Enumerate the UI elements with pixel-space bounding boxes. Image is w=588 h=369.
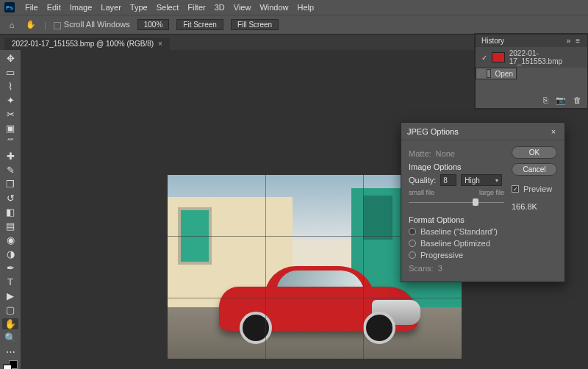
jpeg-options-dialog: JPEG Options × Matte: None Image Options…: [401, 122, 565, 282]
preview-checkbox[interactable]: ✓ Preview: [512, 184, 557, 193]
pen-tool-icon[interactable]: ✒: [2, 262, 18, 273]
small-file-label: small file: [409, 189, 434, 196]
history-panel-title: History: [481, 37, 504, 45]
format-baseline-radio[interactable]: Baseline ("Standard"): [409, 227, 504, 236]
fit-screen-button[interactable]: Fit Screen: [176, 19, 223, 30]
quality-input[interactable]: 8: [440, 174, 456, 186]
shape-tool-icon[interactable]: ▢: [2, 304, 18, 315]
options-bar: ⌂ ✋ | Scroll All Windows 100% Fit Screen…: [0, 15, 588, 34]
format-optimized-radio[interactable]: Baseline Optimized: [409, 239, 504, 248]
clone-stamp-tool-icon[interactable]: ❐: [2, 179, 18, 190]
foreground-color-swatch[interactable]: [3, 365, 12, 369]
history-brush-tool-icon[interactable]: ↺: [2, 193, 18, 204]
menu-help[interactable]: Help: [293, 1, 319, 13]
history-step-icon: [487, 69, 490, 78]
tool-options-icon[interactable]: ⋯: [2, 346, 18, 357]
history-step-row[interactable]: Open: [476, 68, 517, 79]
eyedropper-tool-icon[interactable]: ⁗: [2, 137, 18, 148]
scans-dropdown: 3: [438, 264, 442, 273]
panel-collapse-icon[interactable]: »: [567, 37, 573, 45]
menu-image[interactable]: Image: [65, 1, 97, 13]
document-tab[interactable]: 2022-01-17_151553.bmp @ 100% (RGB/8) ×: [4, 37, 170, 50]
menu-file[interactable]: File: [21, 1, 43, 13]
app-logo: Ps: [4, 2, 15, 12]
cancel-button[interactable]: Cancel: [512, 163, 557, 176]
matte-label: Matte:: [409, 149, 431, 158]
filesize-readout: 166.8K: [512, 202, 557, 211]
radio-icon: [409, 228, 416, 235]
history-source-row[interactable]: ✓ 2022-01-17_151553.bmp: [476, 47, 587, 68]
history-panel: History » ≡ ✓ 2022-01-17_151553.bmp Open…: [475, 34, 588, 109]
menu-layer[interactable]: Layer: [96, 1, 126, 13]
quality-slider[interactable]: [409, 198, 504, 208]
menu-edit[interactable]: Edit: [43, 1, 65, 13]
blur-tool-icon[interactable]: ◉: [2, 234, 18, 246]
healing-brush-tool-icon[interactable]: ✚: [2, 151, 18, 162]
chevron-down-icon: ▾: [495, 177, 498, 184]
menu-3d[interactable]: 3D: [210, 1, 229, 13]
new-snapshot-icon[interactable]: 📷: [556, 96, 566, 105]
image-options-heading: Image Options: [409, 162, 504, 171]
quality-preset-dropdown[interactable]: High ▾: [461, 174, 502, 186]
history-brush-source-icon[interactable]: ✓: [481, 54, 487, 62]
radio-icon: [409, 240, 416, 247]
crop-tool-icon[interactable]: ✂: [2, 109, 18, 120]
menu-select[interactable]: Select: [152, 1, 184, 13]
menu-window[interactable]: Window: [255, 1, 293, 13]
ok-button[interactable]: OK: [512, 146, 557, 159]
hand-tool-icon[interactable]: ✋: [2, 318, 18, 329]
zoom-level-input[interactable]: 100%: [137, 19, 170, 30]
format-options-heading: Format Options: [409, 215, 504, 224]
brush-tool-icon[interactable]: ✎: [2, 165, 18, 176]
lasso-tool-icon[interactable]: ⌇: [2, 81, 18, 92]
eraser-tool-icon[interactable]: ◧: [2, 207, 18, 218]
menu-bar: Ps FileEditImageLayerTypeSelectFilter3DV…: [0, 0, 588, 15]
tools-panel: ✥ ▭ ⌇ ✦ ✂ ▣ ⁗ ✚ ✎ ❐ ↺ ◧ ▤ ◉ ◑ ✒ T ▶ ▢ ✋ …: [0, 50, 21, 369]
scans-label: Scans:: [409, 264, 434, 273]
home-icon[interactable]: ⌂: [6, 19, 18, 31]
document-tab-title: 2022-01-17_151553.bmp @ 100% (RGB/8): [12, 40, 154, 48]
panel-menu-icon[interactable]: ≡: [576, 37, 581, 45]
checkbox-icon: ✓: [512, 185, 519, 193]
history-thumbnail: [492, 52, 505, 62]
menu-type[interactable]: Type: [126, 1, 152, 13]
frame-tool-icon[interactable]: ▣: [2, 123, 18, 134]
marquee-tool-icon[interactable]: ▭: [2, 67, 18, 78]
slider-thumb[interactable]: [473, 198, 478, 206]
large-file-label: large file: [479, 189, 504, 196]
fill-screen-button[interactable]: Fill Screen: [231, 19, 279, 30]
delete-state-icon[interactable]: 🗑: [573, 96, 581, 105]
dodge-tool-icon[interactable]: ◑: [2, 248, 18, 259]
new-document-from-state-icon[interactable]: ⎘: [543, 96, 548, 105]
close-icon[interactable]: ×: [548, 126, 559, 137]
close-tab-icon[interactable]: ×: [158, 40, 162, 48]
color-swatches[interactable]: [3, 365, 18, 369]
history-source-name: 2022-01-17_151553.bmp: [509, 49, 581, 65]
path-select-tool-icon[interactable]: ▶: [2, 290, 18, 301]
quality-label: Quality:: [409, 176, 436, 184]
gradient-tool-icon[interactable]: ▤: [2, 221, 18, 232]
menu-filter[interactable]: Filter: [183, 1, 209, 13]
scroll-all-checkbox[interactable]: Scroll All Windows: [54, 20, 130, 29]
hand-tool-icon[interactable]: ✋: [25, 19, 37, 31]
menu-view[interactable]: View: [229, 1, 256, 13]
matte-dropdown: None: [436, 149, 455, 158]
move-tool-icon[interactable]: ✥: [2, 53, 18, 64]
radio-icon: [409, 251, 416, 259]
history-step-label: Open: [495, 70, 513, 78]
format-progressive-radio[interactable]: Progressive: [409, 251, 504, 259]
quick-select-tool-icon[interactable]: ✦: [2, 95, 18, 106]
type-tool-icon[interactable]: T: [2, 276, 18, 287]
dialog-title: JPEG Options: [407, 127, 459, 136]
zoom-tool-icon[interactable]: 🔍: [2, 332, 18, 343]
